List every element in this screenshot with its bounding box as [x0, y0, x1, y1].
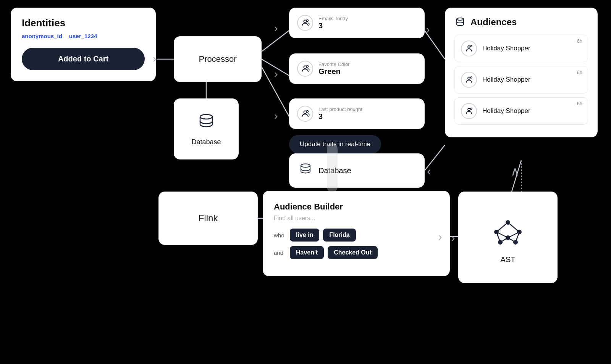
- trait-card-color: Favorite Color Green: [289, 53, 425, 84]
- ab-tag-live-in[interactable]: live in: [290, 229, 319, 242]
- audience-name-2: Holiday Shopper: [482, 76, 582, 84]
- audience-row-2: Holiday Shopper 6h: [454, 66, 588, 93]
- identities-title: Identities: [22, 17, 145, 29]
- audience-time-2: 6h: [577, 69, 582, 75]
- svg-point-18: [301, 164, 310, 168]
- arrow-right-1: ›: [153, 53, 156, 65]
- svg-point-11: [304, 20, 307, 23]
- audience-name-1: Holiday Shopper: [482, 45, 582, 52]
- flink-card: Flink: [158, 192, 258, 245]
- svg-point-17: [200, 114, 212, 119]
- user-id-badge: user_1234: [69, 33, 97, 39]
- trait-text-2: Favorite Color Green: [318, 61, 350, 76]
- database-center-icon: [299, 162, 312, 179]
- trait-card-product: Last product bought 3: [289, 98, 425, 129]
- trait-value-2: Green: [318, 67, 350, 76]
- ast-network-icon: [489, 211, 527, 249]
- arrow-right-trait2: ›: [274, 68, 278, 80]
- ast-card: AST: [458, 192, 558, 283]
- database-left-icon: [197, 112, 215, 134]
- arrow-right-aud1: ›: [426, 24, 430, 36]
- svg-point-12: [307, 20, 309, 22]
- arrow-right-flink: ›: [438, 231, 442, 243]
- arrow-right-trait3: ›: [274, 110, 278, 122]
- svg-point-13: [304, 66, 307, 69]
- identities-ids: anonymous_id user_1234: [22, 33, 145, 39]
- arrow-right-ast: ›: [451, 232, 455, 244]
- svg-point-14: [307, 66, 309, 68]
- processor-card: Processor: [174, 36, 262, 82]
- audience-name-3: Holiday Shopper: [482, 107, 582, 115]
- database-center-label: Database: [318, 166, 351, 175]
- svg-line-36: [500, 238, 508, 242]
- added-to-cart-button[interactable]: Added to Cart: [22, 48, 145, 70]
- audience-builder-subtitle: Find all users...: [274, 215, 439, 222]
- trait-text-1: Emails Today 3: [318, 16, 348, 30]
- trait-value-1: 3: [318, 21, 348, 30]
- svg-point-15: [304, 111, 307, 114]
- ab-tag-havent[interactable]: Haven't: [290, 246, 324, 259]
- audience-builder-row-2: and Haven't Checked Out: [274, 246, 439, 259]
- audiences-title-text: Audiences: [470, 17, 517, 27]
- trait-icon-1: [297, 15, 313, 31]
- trait-label-2: Favorite Color: [318, 61, 350, 67]
- svg-line-33: [508, 222, 519, 232]
- audience-row-1: Holiday Shopper 6h: [454, 35, 588, 62]
- audience-row-3: Holiday Shopper 6h: [454, 97, 588, 125]
- svg-line-32: [496, 222, 508, 232]
- trait-label-3: Last product bought: [318, 106, 362, 112]
- database-left-label: Database: [191, 138, 221, 146]
- anonymous-id-badge: anonymous_id: [22, 33, 62, 39]
- arrow-up-aud: ∧: [511, 164, 519, 179]
- update-traits-pill: Update traits in real-time: [289, 135, 381, 153]
- audiences-title: Audiences: [454, 16, 588, 28]
- audience-builder-card: Audience Builder Find all users... who l…: [263, 191, 450, 276]
- svg-point-21: [470, 45, 472, 47]
- ab-tag-checked-out[interactable]: Checked Out: [328, 246, 378, 259]
- svg-point-23: [470, 77, 472, 78]
- audience-builder-row-1: who live in Florida: [274, 229, 439, 242]
- trait-value-3: 3: [318, 112, 362, 121]
- ab-connector-1: who: [274, 232, 286, 238]
- trait-text-3: Last product bought 3: [318, 106, 362, 121]
- audience-icon-2: [461, 72, 477, 88]
- ab-connector-2: and: [274, 250, 286, 256]
- svg-point-16: [307, 111, 309, 113]
- svg-point-19: [457, 18, 464, 20]
- ab-tag-florida[interactable]: Florida: [323, 229, 356, 242]
- svg-point-25: [470, 108, 472, 110]
- database-center-card: Database: [289, 153, 425, 188]
- svg-point-22: [468, 77, 470, 79]
- ast-label: AST: [501, 255, 516, 264]
- trait-label-1: Emails Today: [318, 16, 348, 21]
- trait-icon-2: [297, 61, 313, 77]
- svg-point-20: [468, 46, 470, 48]
- audience-icon-3: [461, 103, 477, 119]
- svg-line-37: [508, 238, 516, 242]
- audiences-card: Audiences Holiday Shopper 6h Hol: [445, 8, 598, 137]
- audience-time-1: 6h: [577, 38, 582, 44]
- audience-icon-1: [461, 40, 477, 56]
- svg-point-24: [468, 108, 470, 111]
- trait-card-emails: Emails Today 3: [289, 8, 425, 38]
- database-left-card: Database: [174, 98, 239, 159]
- audience-time-3: 6h: [577, 101, 582, 106]
- flink-label: Flink: [199, 213, 218, 224]
- identities-card: Identities anonymous_id user_1234 Added …: [11, 8, 156, 81]
- audience-builder-title: Audience Builder: [274, 202, 439, 212]
- arrow-left-db: ‹: [427, 164, 431, 178]
- processor-label: Processor: [199, 54, 236, 64]
- arrow-right-trait1: ›: [274, 22, 278, 34]
- trait-icon-3: [297, 106, 313, 122]
